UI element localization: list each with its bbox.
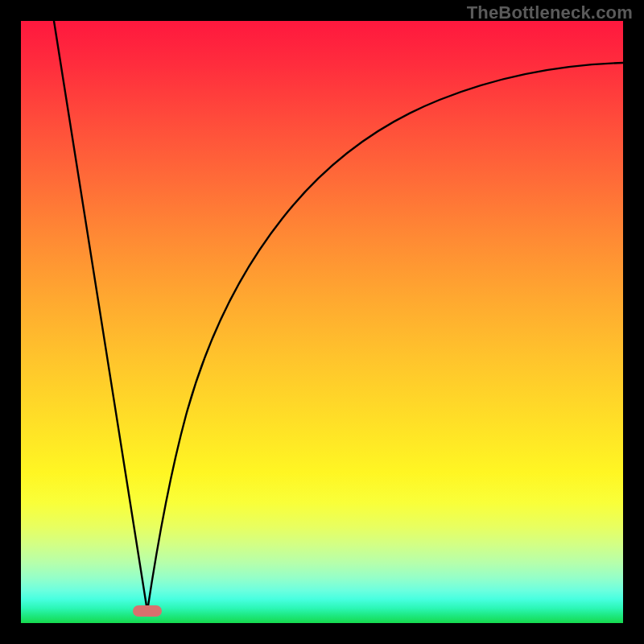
plot-area [21, 21, 623, 623]
right-branch-path [147, 63, 623, 611]
left-branch-path [54, 21, 147, 611]
optimal-point-marker [133, 605, 162, 617]
watermark-text: TheBottleneck.com [467, 2, 633, 23]
curve-svg [21, 21, 623, 623]
chart-frame: TheBottleneck.com [0, 0, 644, 644]
